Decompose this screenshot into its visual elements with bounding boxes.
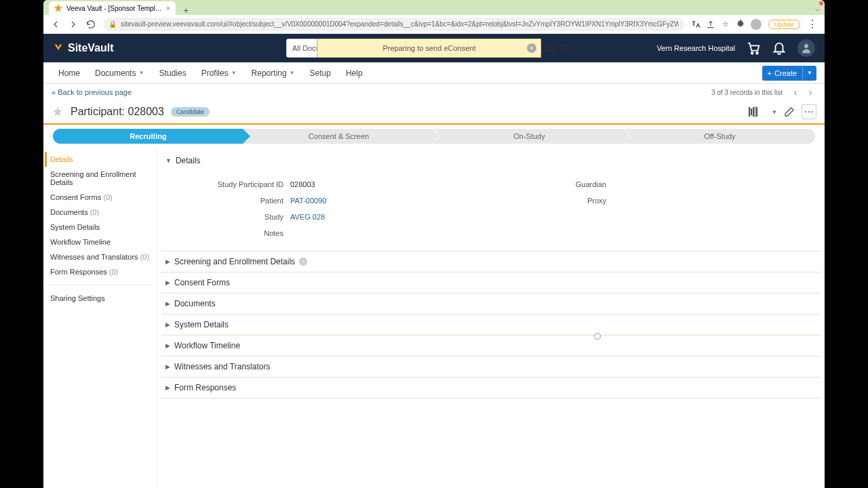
- page-title: Participant: 028003: [71, 106, 164, 118]
- field-row: Notes: [168, 225, 491, 241]
- send-icon[interactable]: [706, 20, 715, 29]
- help-icon[interactable]: ?: [299, 258, 307, 266]
- tab-close-icon[interactable]: ×: [166, 4, 170, 12]
- svg-point-4: [756, 52, 758, 54]
- sidebar-item-system[interactable]: System Details: [45, 220, 155, 235]
- nav-help[interactable]: Help: [339, 68, 370, 78]
- sidebar-item-details[interactable]: Details: [45, 152, 155, 167]
- create-dropdown[interactable]: ▼: [803, 70, 816, 76]
- back-link[interactable]: « Back to previous page: [52, 88, 132, 96]
- nav-profiles[interactable]: Profiles▼: [195, 68, 243, 78]
- binoculars-icon[interactable]: [544, 43, 555, 54]
- favicon: [54, 4, 62, 12]
- section-header-workflow[interactable]: ▶Workflow Timeline: [161, 336, 821, 356]
- field-row: StudyAVEG 028: [168, 209, 491, 225]
- org-name: Vern Research Hospital: [656, 44, 735, 52]
- edit-icon[interactable]: [784, 106, 795, 117]
- sidebar-item-witnesses[interactable]: Witnesses and Translators (0): [45, 249, 155, 264]
- translate-icon[interactable]: [691, 20, 701, 29]
- svg-point-1: [550, 47, 553, 51]
- search-scope-select[interactable]: All Docum: [286, 39, 317, 58]
- extension-icon[interactable]: [736, 20, 745, 29]
- main-nav: Home Documents▼ Studies Profiles▼ Report…: [43, 62, 825, 84]
- url-text: sitevault-preview.veevavault.com/ui/#obj…: [121, 20, 679, 28]
- field-row: Proxy: [491, 192, 814, 209]
- step-offstudy[interactable]: Off-Study: [625, 129, 815, 144]
- nav-setup[interactable]: Setup: [303, 68, 338, 78]
- nav-studies[interactable]: Studies: [153, 68, 193, 78]
- cart-icon[interactable]: [746, 41, 761, 56]
- toast-banner: Preparing to send eConsent ×: [317, 39, 541, 58]
- section-header-consent[interactable]: ▶Consent Forms: [161, 272, 821, 293]
- section-screening: ▶Screening and Enrollment Details?: [161, 251, 821, 272]
- create-button[interactable]: +Create ▼: [762, 66, 816, 81]
- tabs-overflow-icon[interactable]: ⌵: [815, 5, 819, 12]
- logo[interactable]: SiteVault: [53, 42, 114, 54]
- step-onstudy[interactable]: On-Study: [434, 129, 625, 144]
- section-header-screening[interactable]: ▶Screening and Enrollment Details?: [161, 251, 821, 272]
- app-header: SiteVault All Docum Preparing to send eC…: [43, 34, 825, 62]
- sidebar-item-screening[interactable]: Screening and Enrollment Details: [45, 167, 155, 190]
- sidebar-item-sharing[interactable]: Sharing Settings: [45, 291, 155, 306]
- logo-text: SiteVault: [68, 42, 114, 54]
- sidebar-item-documents[interactable]: Documents (0): [45, 205, 155, 220]
- more-actions-button[interactable]: ⋯: [802, 104, 816, 119]
- section-details: ▼Details Study Participant ID028003 Pati…: [161, 150, 821, 251]
- patient-link[interactable]: PAT-00090: [290, 197, 326, 205]
- lock-icon: 🔒: [108, 20, 117, 28]
- nav-reporting[interactable]: Reporting▼: [245, 68, 302, 78]
- section-system: ▶System Details: [161, 314, 821, 336]
- new-tab-button[interactable]: +: [181, 5, 191, 15]
- prev-record-button[interactable]: ‹: [789, 86, 802, 98]
- back-button[interactable]: [50, 19, 61, 30]
- cursor-icon: [594, 333, 601, 340]
- browser-tab[interactable]: Veeva Vault - [Sponsor Templ… ×: [49, 1, 176, 15]
- chevron-down-icon[interactable]: ▼: [772, 109, 777, 115]
- section-header-witnesses[interactable]: ▶Witnesses and Translators: [161, 357, 821, 377]
- step-consent[interactable]: Consent & Screen: [243, 129, 434, 144]
- next-record-button[interactable]: ›: [804, 86, 816, 98]
- study-link[interactable]: AVEG 028: [290, 213, 325, 221]
- svg-point-0: [545, 47, 549, 51]
- section-witnesses: ▶Witnesses and Translators: [161, 357, 821, 378]
- field-row: PatientPAT-00090: [168, 192, 491, 209]
- section-documents: ▶Documents: [161, 293, 821, 314]
- browser-tabbar: Veeva Vault - [Sponsor Templ… × + ⌵: [43, 0, 825, 15]
- section-header-documents[interactable]: ▶Documents: [161, 293, 821, 314]
- forward-button[interactable]: [68, 19, 79, 30]
- step-recruiting[interactable]: Recruiting: [53, 129, 243, 144]
- browser-addressbar: 🔒 sitevault-preview.veevavault.com/ui/#o…: [43, 15, 825, 34]
- bell-icon[interactable]: [772, 41, 787, 56]
- toast-close-icon[interactable]: ×: [527, 43, 536, 53]
- update-button[interactable]: Update: [768, 20, 800, 29]
- search-icon[interactable]: [559, 43, 570, 54]
- sidebar-item-workflow[interactable]: Workflow Timeline: [45, 235, 155, 249]
- star-icon[interactable]: ☆: [721, 20, 730, 29]
- user-avatar[interactable]: [797, 39, 815, 57]
- field-row: Study Participant ID028003: [168, 176, 491, 192]
- svg-point-2: [561, 45, 566, 50]
- browser-menu-icon[interactable]: ⋮: [807, 19, 818, 30]
- context-row: « Back to previous page 3 of 3 records i…: [43, 84, 825, 100]
- page-title-row: Participant: 028003 Candidate ▼ ⋯: [43, 100, 825, 123]
- sidebar-item-forms[interactable]: Form Responses (0): [45, 264, 155, 279]
- reload-button[interactable]: [85, 19, 96, 30]
- sidebar-item-consent[interactable]: Consent Forms (0): [45, 190, 155, 205]
- toast-text: Preparing to send eConsent: [383, 44, 476, 52]
- favorite-icon[interactable]: [52, 106, 64, 118]
- section-workflow: ▶Workflow Timeline: [161, 336, 821, 357]
- section-header-forms[interactable]: ▶Form Responses: [161, 378, 821, 398]
- section-header-details[interactable]: ▼Details: [161, 150, 821, 171]
- section-sidebar: Details Screening and Enrollment Details…: [43, 148, 157, 488]
- svg-point-5: [804, 44, 808, 48]
- nav-home[interactable]: Home: [52, 68, 87, 78]
- lifecycle-icon[interactable]: [749, 106, 764, 117]
- url-bar[interactable]: 🔒 sitevault-preview.veevavault.com/ui/#o…: [103, 18, 684, 31]
- lifecycle-stepper: Recruiting Consent & Screen On-Study Off…: [43, 125, 825, 148]
- profile-avatar[interactable]: [751, 19, 762, 30]
- logo-icon: [53, 43, 64, 54]
- nav-documents[interactable]: Documents▼: [88, 68, 151, 78]
- section-header-system[interactable]: ▶System Details: [161, 314, 821, 335]
- field-row: Guardian: [491, 176, 814, 192]
- status-badge: Candidate: [171, 107, 210, 117]
